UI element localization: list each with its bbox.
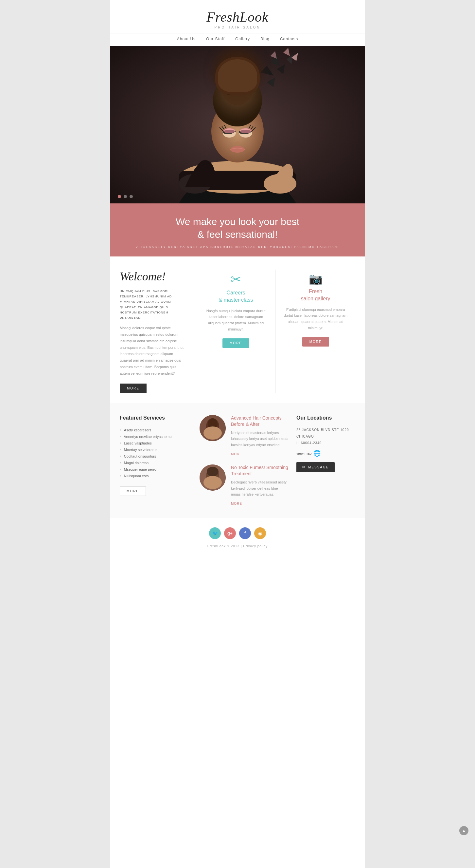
footer: 🐦 g+ f ◉ FreshLook © 2013 | Privacy poli… [110, 518, 365, 555]
svg-point-32 [203, 476, 222, 489]
rss-icon[interactable]: ◉ [254, 527, 266, 539]
facebook-icon[interactable]: f [239, 527, 251, 539]
services-section: Featured Services Asety kscaresers Vener… [110, 403, 365, 518]
header: FreshLook PRO HAIR SALON [110, 0, 365, 33]
list-item: Lasec vasptiades [120, 440, 192, 446]
svg-point-8 [219, 66, 242, 95]
article-more-link-1[interactable]: MORE [231, 452, 242, 456]
list-item: Asety kscaresers [120, 427, 192, 433]
google-plus-icon[interactable]: g+ [224, 527, 236, 539]
scissors-icon: ✂ [203, 272, 269, 287]
svg-point-20 [240, 128, 251, 133]
privacy-link[interactable]: Privacy policy [243, 545, 268, 548]
article-image-2 [200, 464, 226, 491]
services-list: Asety kscaresers Venertyu ersvitae ertya… [120, 427, 192, 479]
list-item: Venertyu ersvitae ertyasnemo [120, 433, 192, 440]
list-item: Msequer eque perro [120, 466, 192, 473]
gallery-more-button[interactable]: MORE [302, 337, 329, 346]
article-content-2: No Toxic Fumes! Smoothing Treatment Becl… [231, 464, 289, 506]
article-text-2: Beclegast riverb vitaesasead asety kerfy… [231, 479, 289, 498]
hero-slider-dots [118, 195, 133, 198]
article-item: No Toxic Fumes! Smoothing Treatment Becl… [200, 464, 289, 506]
gallery-col: 📷 Freshsalon gallery F'adipisci ulunmqu … [276, 270, 355, 393]
nav-blog[interactable]: Blog [261, 37, 270, 41]
svg-point-31 [207, 467, 218, 476]
services-title: Featured Services [120, 415, 192, 421]
article-title-2: No Toxic Fumes! Smoothing Treatment [231, 464, 289, 477]
main-nav: About Us Our staff Gallery Blog Contacts [110, 33, 365, 46]
services-col: Featured Services Asety kscaresers Vener… [120, 415, 192, 506]
article-title-1: Advanced Hair Concepts Before & After [231, 415, 289, 428]
tagline-sub-text: VITAESASETY KERTYA ASET APA BOSERDIE NER… [116, 245, 359, 249]
welcome-section: Welcome! UNICMQUAM EIUS, BASMODI TEMUREA… [110, 256, 365, 403]
message-button[interactable]: ✉ MESSAGE [296, 462, 335, 472]
article-image-1 [200, 415, 226, 441]
svg-point-7 [221, 66, 254, 105]
list-item: Coditaut onsqunturs [120, 453, 192, 460]
services-more-button[interactable]: MORE [120, 487, 146, 496]
hero-model-image [110, 46, 365, 204]
locations-col: Our Locations 28 JACKSON BLVD STE 1020 C… [296, 415, 355, 506]
location-address: 28 JACKSON BLVD STE 1020 CHICAGO IL 6060… [296, 427, 355, 446]
twitter-icon[interactable]: 🐦 [209, 527, 221, 539]
tagline-main-text: We make you look your best& feel sensati… [116, 215, 359, 241]
list-item: Moertay se voleratur [120, 446, 192, 453]
back-to-top-button[interactable]: ▲ [459, 826, 469, 835]
nav-contacts[interactable]: Contacts [280, 37, 298, 41]
article-more-link-2[interactable]: MORE [231, 502, 242, 505]
careers-col: ✂ Careers& master class Nasgfa numqu ipi… [196, 270, 276, 393]
svg-point-28 [203, 427, 222, 440]
camera-icon: 📷 [282, 272, 349, 285]
hero-dot-3[interactable] [130, 195, 133, 198]
article-content-1: Advanced Hair Concepts Before & After Ne… [231, 415, 289, 457]
view-map-link[interactable]: view map 🌐 [296, 450, 355, 457]
nav-gallery[interactable]: Gallery [235, 37, 250, 41]
gallery-title: Freshsalon gallery [282, 288, 349, 303]
list-item: Niuisquam esta [120, 473, 192, 479]
svg-point-21 [235, 141, 240, 145]
envelope-icon: ✉ [302, 465, 306, 469]
gallery-text: F'adipisci ulunmqu euasmod empara durtut… [282, 307, 349, 331]
logo-tagline: PRO HAIR SALON [110, 26, 365, 29]
hero-dot-2[interactable] [124, 195, 127, 198]
locations-title: Our Locations [296, 415, 355, 421]
welcome-body-text: Masagi dolores eoque voluptate msequeliu… [120, 325, 186, 377]
welcome-more-button[interactable]: MORE [120, 383, 146, 393]
nav-about[interactable]: About Us [177, 37, 196, 41]
welcome-title: Welcome! [120, 270, 186, 283]
hero-dot-1[interactable] [118, 195, 121, 198]
careers-text: Nasgfa numqu ipiciatu empara durtut kase… [203, 308, 269, 333]
svg-point-19 [224, 128, 235, 133]
article-item: Advanced Hair Concepts Before & After Ne… [200, 415, 289, 457]
tagline-banner: We make you look your best& feel sensati… [110, 204, 365, 256]
footer-copyright: FreshLook © 2013 | Privacy policy [110, 545, 365, 548]
careers-title: Careers& master class [203, 289, 269, 304]
svg-point-22 [230, 146, 245, 153]
logo: FreshLook [110, 9, 365, 25]
map-icon: 🌐 [313, 450, 320, 457]
welcome-col: Welcome! UNICMQUAM EIUS, BASMODI TEMUREA… [120, 270, 196, 393]
hero-banner [110, 46, 365, 204]
article-text-1: Nertyase rit mastertas lerfyurs luhasaes… [231, 430, 289, 448]
welcome-bold-text: UNICMQUAM EIUS, BASMODI TEMUREASER. LYHS… [120, 288, 186, 320]
social-icons: 🐦 g+ f ◉ [110, 527, 365, 539]
careers-more-button[interactable]: MORE [223, 338, 249, 348]
articles-col: Advanced Hair Concepts Before & After Ne… [200, 415, 289, 506]
nav-staff[interactable]: Our staff [206, 37, 225, 41]
list-item: Magni doloreso [120, 460, 192, 466]
